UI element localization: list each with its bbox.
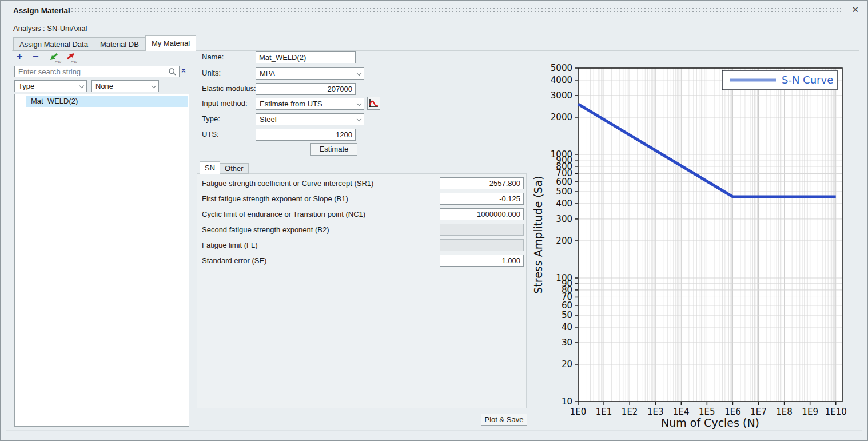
svg-text:50: 50 bbox=[562, 310, 572, 320]
nc1-label: Cyclic limit of endurance or Transition … bbox=[202, 210, 365, 218]
nc1-field[interactable]: 1000000.000 bbox=[440, 208, 524, 220]
filter-type-value: Type bbox=[18, 81, 76, 92]
distribution-curve-icon bbox=[368, 98, 379, 109]
filter-value-value: None bbox=[95, 81, 148, 92]
b1-field[interactable]: -0.125 bbox=[440, 193, 524, 205]
list-item-mat-weld[interactable]: Mat_WELD(2) bbox=[26, 96, 188, 107]
svg-text:1E8: 1E8 bbox=[776, 407, 793, 417]
svg-text:10: 10 bbox=[562, 396, 572, 407]
drag-handle-dots[interactable] bbox=[68, 8, 842, 13]
units-dropdown[interactable]: MPA bbox=[256, 67, 364, 80]
svg-text:1000: 1000 bbox=[551, 149, 572, 160]
units-value: MPA bbox=[260, 69, 353, 79]
sr1-field[interactable]: 2557.800 bbox=[440, 177, 524, 189]
remove-material-button[interactable]: − bbox=[33, 52, 39, 61]
uts-field[interactable]: 1200 bbox=[256, 129, 356, 141]
sn-curve-plot: 1020304050607080901002003004005006007008… bbox=[532, 55, 864, 434]
svg-text:1E3: 1E3 bbox=[647, 407, 664, 417]
search-placeholder: Enter search string bbox=[18, 67, 81, 76]
show-curve-button[interactable] bbox=[367, 97, 380, 110]
tab-other[interactable]: Other bbox=[220, 163, 249, 174]
chevron-down-icon bbox=[357, 117, 361, 121]
input-method-value: Estimate from UTS bbox=[260, 99, 353, 109]
svg-text:1E1: 1E1 bbox=[596, 407, 612, 417]
import-csv-label: CSV bbox=[55, 61, 61, 64]
svg-text:400: 400 bbox=[556, 198, 572, 209]
export-csv-label: CSV bbox=[71, 61, 77, 64]
tab-material-db[interactable]: Material DB bbox=[94, 37, 145, 51]
material-list[interactable]: Mat_WELD(2) bbox=[14, 94, 189, 427]
analysis-label: Analysis : SN-UniAxial bbox=[13, 24, 87, 33]
svg-text:Stress Amplitude (Sa): Stress Amplitude (Sa) bbox=[532, 176, 544, 293]
svg-text:300: 300 bbox=[556, 214, 572, 224]
uts-label: UTS: bbox=[202, 130, 219, 138]
input-method-dropdown[interactable]: Estimate from UTS bbox=[256, 98, 364, 110]
assign-material-dialog: Assign Material ✕ Analysis : SN-UniAxial… bbox=[0, 0, 868, 441]
chevron-down-icon bbox=[79, 84, 84, 88]
add-material-button[interactable]: + bbox=[17, 52, 23, 61]
filter-value-dropdown[interactable]: None bbox=[91, 80, 159, 92]
chevron-down-icon bbox=[357, 71, 361, 76]
b2-field bbox=[440, 224, 524, 236]
svg-text:1E6: 1E6 bbox=[724, 407, 741, 417]
material-type-label: Type: bbox=[202, 114, 220, 123]
svg-text:100: 100 bbox=[556, 273, 572, 283]
svg-text:1E0: 1E0 bbox=[570, 407, 587, 417]
fl-label: Fatigue limit (FL) bbox=[202, 241, 258, 249]
search-icon[interactable] bbox=[168, 67, 177, 78]
input-method-label: Input method: bbox=[202, 99, 248, 108]
elastic-modulus-label: Elastic modulus: bbox=[202, 84, 256, 93]
search-input[interactable]: Enter search string bbox=[14, 66, 180, 77]
collapse-chevrons-icon[interactable]: « bbox=[180, 68, 189, 73]
name-label: Name: bbox=[202, 53, 224, 61]
estimate-button[interactable]: Estimate bbox=[310, 143, 357, 156]
name-field[interactable]: Mat_WELD(2) bbox=[256, 51, 356, 63]
svg-text:4000: 4000 bbox=[551, 75, 572, 85]
material-type-dropdown[interactable]: Steel bbox=[256, 113, 364, 125]
chevron-down-icon bbox=[357, 101, 361, 106]
plot-save-button[interactable]: Plot & Save bbox=[481, 414, 527, 426]
svg-text:3000: 3000 bbox=[551, 90, 572, 101]
svg-text:40: 40 bbox=[562, 322, 572, 332]
chevron-down-icon bbox=[152, 84, 156, 88]
svg-text:1E7: 1E7 bbox=[750, 407, 767, 417]
material-type-value: Steel bbox=[260, 114, 353, 125]
tab-sn[interactable]: SN bbox=[200, 161, 220, 174]
sr1-label: Fatigue strength coefficient or Curve in… bbox=[202, 179, 373, 188]
export-csv-icon[interactable]: CSV bbox=[65, 53, 76, 62]
title-bar: Assign Material ✕ bbox=[1, 1, 867, 20]
fl-field bbox=[440, 239, 524, 251]
sn-tabs: SN Other bbox=[200, 161, 249, 174]
svg-text:5000: 5000 bbox=[551, 63, 572, 73]
import-csv-icon[interactable]: CSV bbox=[49, 53, 60, 62]
sn-curve-chart: 1020304050607080901002003004005006007008… bbox=[532, 55, 864, 434]
b1-label: First fatigue strength exponent or Slope… bbox=[202, 194, 348, 203]
main-tabs: Assign Material Data Material DB My Mate… bbox=[13, 35, 196, 51]
svg-text:2000: 2000 bbox=[551, 112, 572, 122]
dialog-title: Assign Material bbox=[13, 6, 70, 15]
units-label: Units: bbox=[202, 69, 221, 77]
svg-text:200: 200 bbox=[556, 236, 572, 246]
tab-assign-material-data[interactable]: Assign Material Data bbox=[13, 37, 94, 51]
svg-text:1E5: 1E5 bbox=[699, 407, 715, 417]
tab-my-material[interactable]: My Material bbox=[145, 35, 196, 51]
se-label: Standard error (SE) bbox=[202, 256, 266, 265]
svg-text:20: 20 bbox=[562, 359, 572, 370]
svg-text:Num of Cycles (N): Num of Cycles (N) bbox=[661, 416, 759, 429]
svg-text:500: 500 bbox=[556, 186, 572, 197]
svg-text:1E9: 1E9 bbox=[802, 407, 818, 417]
elastic-modulus-field[interactable]: 207000 bbox=[256, 83, 356, 95]
svg-text:30: 30 bbox=[562, 337, 572, 348]
svg-text:1E10: 1E10 bbox=[825, 407, 847, 417]
close-icon[interactable]: ✕ bbox=[851, 5, 859, 14]
b2-label: Second fatigue strength exponent (B2) bbox=[202, 225, 329, 234]
svg-text:S-N Curve: S-N Curve bbox=[782, 74, 833, 86]
se-field[interactable]: 1.000 bbox=[440, 255, 524, 267]
svg-text:1E4: 1E4 bbox=[673, 407, 690, 417]
svg-text:1E2: 1E2 bbox=[622, 407, 638, 417]
filter-type-dropdown[interactable]: Type bbox=[14, 80, 87, 92]
